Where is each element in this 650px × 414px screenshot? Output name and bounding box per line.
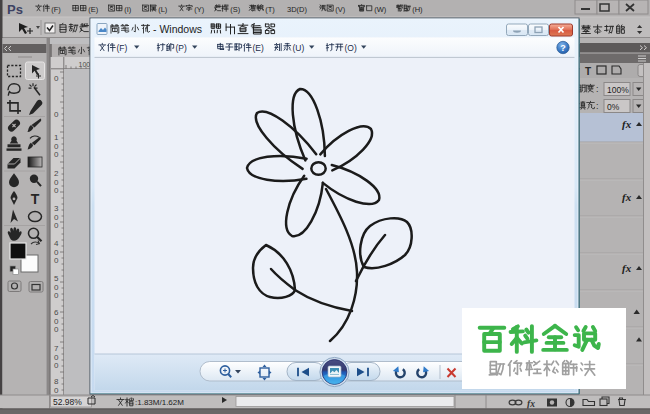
svg-text:fx: fx: [527, 399, 535, 409]
svg-text:?: ?: [560, 43, 566, 53]
svg-text:100: 100: [79, 61, 91, 68]
svg-text:fx: fx: [622, 262, 632, 274]
svg-text::: :: [596, 101, 599, 111]
svg-text:(Y): (Y): [194, 5, 205, 14]
svg-text:fx: fx: [622, 191, 632, 203]
svg-text:(T): (T): [265, 5, 275, 14]
svg-text:0: 0: [54, 110, 59, 119]
svg-text:(E): (E): [88, 5, 99, 14]
svg-text:100%: 100%: [607, 85, 629, 95]
svg-text:0: 0: [54, 256, 59, 265]
svg-text:T: T: [585, 66, 591, 77]
svg-text:(U): (U): [293, 43, 305, 53]
svg-text:(O): (O): [345, 43, 357, 53]
svg-text:T: T: [31, 191, 40, 207]
svg-text:0: 0: [54, 150, 59, 159]
svg-text:0: 0: [54, 221, 59, 230]
svg-text::1.83M/1.62M: :1.83M/1.62M: [135, 398, 184, 407]
svg-text:(H): (H): [412, 5, 423, 14]
svg-text:0: 0: [54, 361, 59, 370]
svg-text:(F): (F): [117, 43, 128, 53]
svg-text:(E): (E): [253, 43, 265, 53]
svg-text::: :: [596, 84, 599, 94]
svg-text:(W): (W): [374, 5, 387, 14]
svg-text:52.98%: 52.98%: [53, 397, 82, 407]
svg-text:(L): (L): [158, 5, 168, 14]
svg-text:Ps: Ps: [7, 2, 23, 17]
svg-text:3D(D): 3D(D): [287, 5, 308, 14]
svg-text:(V): (V): [335, 5, 346, 14]
svg-text:0%: 0%: [607, 102, 620, 112]
svg-text:(P): (P): [176, 43, 188, 53]
svg-text:(S): (S): [230, 5, 241, 14]
svg-text:0: 0: [54, 291, 59, 300]
svg-text:fx: fx: [622, 118, 632, 130]
svg-text:(F): (F): [51, 5, 61, 14]
svg-text:0: 0: [54, 325, 59, 334]
svg-text:(I): (I): [124, 5, 132, 14]
svg-text:0: 0: [54, 186, 59, 195]
svg-text:- Windows: - Windows: [153, 23, 202, 35]
svg-text:0: 0: [54, 74, 59, 83]
